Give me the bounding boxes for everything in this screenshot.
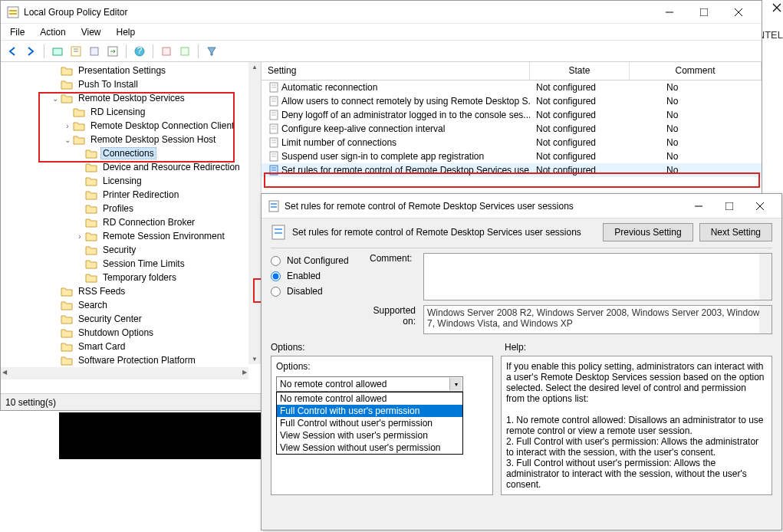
help-icon[interactable]: ? (131, 43, 148, 60)
back-button[interactable] (4, 43, 21, 60)
tree-item[interactable]: Software Protection Platform (1, 353, 261, 367)
tree-item[interactable]: Security Center (1, 312, 261, 326)
toolbar-icon-3[interactable] (86, 43, 103, 60)
tree-label: Security Center (76, 313, 144, 325)
setting-name: Suspend user sign-in to complete app reg… (281, 151, 484, 162)
tree-item[interactable]: ⌄Remote Desktop Session Host (1, 133, 261, 146)
radio-disabled[interactable]: Disabled (271, 284, 370, 299)
tree-item[interactable]: ›Remote Desktop Connection Client (1, 119, 261, 133)
toolbar-icon-6[interactable] (176, 43, 193, 60)
tree-item[interactable]: Connections (1, 146, 261, 160)
expand-icon[interactable]: › (74, 232, 85, 241)
tree-item[interactable]: RD Connection Broker (1, 215, 261, 229)
titlebar[interactable]: Local Group Policy Editor (1, 1, 762, 24)
tree-item[interactable]: Printer Redirection (1, 188, 261, 202)
toolbar-icon-2[interactable] (67, 43, 84, 60)
tree-label: Remote Desktop Connection Client (88, 120, 236, 132)
svg-rect-41 (271, 203, 277, 205)
options-combo[interactable]: No remote control allowed ▾ (276, 376, 463, 392)
menu-action[interactable]: Action (34, 25, 71, 39)
dropdown-option[interactable]: No remote control allowed (277, 392, 462, 405)
expand-icon[interactable]: ⌄ (50, 94, 61, 103)
tree-item[interactable]: Profiles (1, 202, 261, 215)
help-pane: If you enable this policy setting, admin… (501, 356, 772, 495)
tree-item[interactable]: Temporary folders (1, 271, 261, 284)
folder-icon (73, 107, 85, 117)
tree-item[interactable]: Presentation Settings (1, 64, 261, 77)
dropdown-option[interactable]: Full Control without user's permission (277, 417, 462, 429)
tree-item[interactable]: ›Remote Session Environment (1, 229, 261, 243)
close-button[interactable] (721, 2, 755, 23)
setting-icon (268, 151, 280, 162)
options-dropdown[interactable]: No remote control allowedFull Control wi… (276, 392, 463, 455)
tree-item[interactable]: Shutdown Options (1, 326, 261, 340)
list-row[interactable]: Allow users to connect remotely by using… (262, 94, 762, 108)
tree-item[interactable]: Search (1, 298, 261, 312)
minimize-button[interactable] (652, 2, 686, 23)
toolbar-icon-1[interactable] (49, 43, 66, 60)
radio-enabled[interactable]: Enabled (271, 268, 370, 284)
dropdown-option[interactable]: View Session with user's permission (277, 429, 462, 442)
tree-label: Presentation Settings (76, 64, 168, 77)
maximize-button[interactable] (686, 2, 721, 23)
col-header-state[interactable]: State (530, 62, 630, 80)
list-row[interactable]: Deny logoff of an administrator logged i… (262, 108, 762, 122)
setting-comment: No (630, 136, 762, 149)
background-close-icon (772, 3, 781, 12)
status-text: 10 setting(s) (5, 397, 56, 408)
expand-icon[interactable]: › (62, 122, 73, 130)
col-header-setting[interactable]: Setting (262, 62, 530, 80)
radio-not-configured[interactable]: Not Configured (271, 253, 370, 268)
tree-hscrollbar[interactable] (1, 367, 248, 379)
folder-icon (73, 120, 85, 131)
folder-icon (85, 258, 97, 269)
tree-item[interactable]: RSS Feeds (1, 284, 261, 298)
tree-vscrollbar[interactable] (248, 62, 261, 364)
list-header[interactable]: Setting State Comment (262, 62, 762, 80)
dialog-close[interactable] (745, 195, 775, 217)
svg-rect-13 (90, 48, 98, 55)
forward-button[interactable] (22, 43, 39, 60)
toolbar-icon-5[interactable] (158, 43, 175, 60)
dialog-maximize[interactable] (714, 195, 745, 217)
tree-item[interactable]: Licensing (1, 174, 261, 188)
tree-label: RD Licensing (88, 106, 147, 118)
setting-state: Not configured (530, 95, 630, 107)
list-row[interactable]: Set rules for remote control of Remote D… (262, 163, 762, 177)
chevron-down-icon[interactable]: ▾ (449, 378, 462, 390)
list-row[interactable]: Configure keep-alive connection interval… (262, 122, 762, 136)
col-header-comment[interactable]: Comment (630, 62, 762, 80)
menu-file[interactable]: File (4, 25, 31, 39)
setting-comment: No (630, 123, 762, 135)
folder-icon (61, 300, 73, 310)
tree-item[interactable]: Session Time Limits (1, 257, 261, 271)
setting-state: Not configured (530, 164, 630, 176)
comment-textarea[interactable] (423, 253, 772, 300)
dialog-titlebar[interactable]: Set rules for remote control of Remote D… (262, 194, 781, 218)
tree-item[interactable]: RD Licensing (1, 105, 261, 119)
tree-pane[interactable]: Presentation SettingsPush To Install⌄Rem… (1, 62, 262, 379)
tree-item[interactable]: Device and Resource Redirection (1, 160, 261, 174)
list-row[interactable]: Automatic reconnectionNot configuredNo (262, 80, 762, 94)
menu-view[interactable]: View (75, 25, 107, 39)
next-setting-button[interactable]: Next Setting (699, 223, 772, 241)
menu-help[interactable]: Help (110, 25, 142, 39)
toolbar-icon-4[interactable] (104, 43, 121, 60)
setting-state: Not configured (530, 81, 630, 94)
tree-item[interactable]: ⌄Remote Desktop Services (1, 91, 261, 105)
filter-icon[interactable] (203, 43, 220, 60)
tree-label: Search (76, 299, 110, 311)
setting-state: Not configured (530, 123, 630, 135)
list-row[interactable]: Suspend user sign-in to complete app reg… (262, 149, 762, 163)
dropdown-option[interactable]: View Session without user's permission (277, 442, 462, 454)
options-pane: Options: No remote control allowed ▾ No … (271, 356, 493, 495)
dropdown-option[interactable]: Full Control with user's permission (277, 405, 462, 417)
tree-item[interactable]: Smart Card (1, 340, 261, 353)
list-row[interactable]: Limit number of connectionsNot configure… (262, 136, 762, 149)
tree-item[interactable]: Security (1, 243, 261, 257)
tree-item[interactable]: Push To Install (1, 77, 261, 91)
dialog-minimize[interactable] (683, 195, 714, 217)
help-label: Help: (505, 342, 526, 353)
expand-icon[interactable]: ⌄ (62, 136, 73, 144)
previous-setting-button[interactable]: Previous Setting (603, 223, 693, 241)
